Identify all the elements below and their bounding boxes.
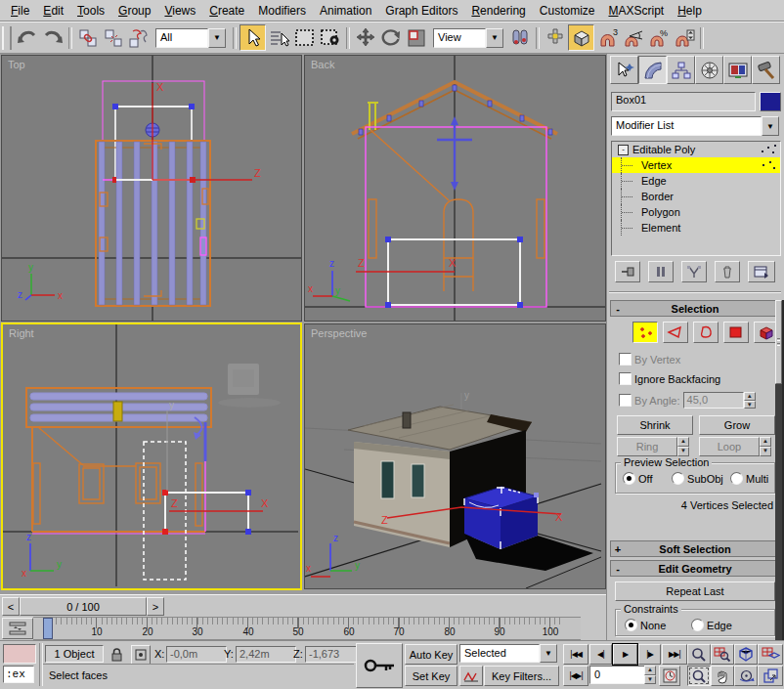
open-mini-curve-editor-button[interactable] (2, 618, 33, 639)
menu-rendering[interactable]: Rendering (464, 2, 532, 20)
stack-collapse-box[interactable]: - (618, 145, 629, 155)
tab-display[interactable] (723, 56, 752, 84)
by-angle-field[interactable]: 45,0 (683, 392, 744, 409)
tab-create[interactable] (610, 56, 638, 84)
preview-multi-radio[interactable] (730, 472, 743, 485)
menu-edit[interactable]: Edit (36, 2, 70, 20)
panel-scrollbar-track[interactable] (775, 300, 782, 640)
time-slider-prev-button[interactable]: < (2, 597, 20, 616)
spinner-up-icon[interactable]: ▲ (744, 392, 756, 401)
stack-item-vertex[interactable]: Vertex (612, 157, 780, 173)
loop-spinner[interactable]: ▲▼ (760, 437, 771, 456)
current-frame-marker[interactable] (43, 618, 53, 639)
next-frame-button[interactable]: |▶ (638, 644, 661, 665)
menu-file[interactable]: File (4, 2, 36, 20)
preview-subobj-radio[interactable] (672, 472, 684, 485)
select-and-scale-button[interactable] (404, 25, 428, 50)
bind-to-spacewarp-button[interactable] (126, 25, 151, 50)
previous-frame-button[interactable]: ◀| (589, 644, 612, 665)
redo-button[interactable] (40, 25, 65, 50)
current-frame-field[interactable]: 0 (589, 666, 650, 684)
viewport-right[interactable]: Right y (1, 323, 302, 590)
angle-snap-toggle-button[interactable] (621, 25, 645, 50)
zoom-extents-all-button[interactable] (758, 644, 783, 665)
loop-button[interactable]: Loop (699, 437, 760, 456)
edit-geometry-rollout-header[interactable]: - Edit Geometry (610, 560, 780, 577)
frame-spinner[interactable]: ▲▼ (644, 666, 656, 684)
remove-modifier-button[interactable] (715, 261, 740, 282)
key-filters-button[interactable]: Key Filters... (484, 666, 559, 686)
border-mode-button[interactable] (693, 322, 719, 343)
preview-off-radio-row[interactable]: Off (623, 472, 653, 485)
keyboard-override-toggle-button[interactable] (568, 24, 594, 51)
make-unique-button[interactable] (681, 261, 707, 282)
constraint-none-radio[interactable] (625, 619, 637, 631)
menu-modifiers[interactable]: Modifiers (251, 2, 313, 20)
menu-graph-editors[interactable]: Graph Editors (378, 2, 464, 20)
time-slider-next-button[interactable]: > (147, 597, 164, 616)
toolbar-grip[interactable] (2, 26, 12, 50)
object-name-field[interactable]: Box01 (611, 92, 756, 111)
select-by-name-button[interactable] (267, 25, 291, 50)
auto-key-button[interactable]: Auto Key (405, 644, 457, 665)
default-tangent-button[interactable] (459, 666, 483, 686)
z-coord-field[interactable]: -1,673 (305, 646, 362, 663)
constraint-none-radio-row[interactable]: None (625, 619, 666, 631)
go-to-end-button[interactable]: ▶▶| (662, 644, 687, 665)
tab-motion[interactable] (695, 56, 723, 84)
tab-utilities[interactable] (752, 56, 780, 84)
panel-scrollbar-thumb[interactable] (775, 300, 782, 384)
menu-customize[interactable]: Customize (533, 2, 602, 20)
viewport-right-label[interactable]: Right (9, 327, 34, 339)
macro-recorder-pane[interactable] (3, 644, 36, 664)
dropdown-arrow-icon[interactable]: ▼ (208, 28, 226, 48)
zoom-all-button[interactable] (711, 644, 734, 665)
edge-mode-button[interactable] (663, 322, 688, 343)
select-and-link-button[interactable] (75, 25, 100, 50)
track-bar-ruler[interactable]: 0 10 20 30 40 50 60 70 80 90 100 (33, 617, 581, 640)
time-configuration-button[interactable] (659, 666, 680, 686)
selection-lock-toggle[interactable] (108, 645, 125, 663)
vertex-mode-button[interactable] (632, 322, 658, 343)
viewport-perspective-label[interactable]: Perspective (311, 327, 367, 339)
zoom-extents-button[interactable] (734, 644, 758, 665)
set-key-button[interactable]: Set Key (405, 666, 457, 686)
select-and-rotate-button[interactable] (378, 25, 403, 50)
menu-animation[interactable]: Animation (313, 2, 378, 20)
viewport-back-label[interactable]: Back (311, 59, 334, 70)
menu-maxscript[interactable]: MAXScript (601, 2, 671, 20)
ring-button[interactable]: Ring (617, 437, 677, 456)
x-coord-field[interactable]: -0,0m (166, 646, 227, 663)
pin-stack-button[interactable] (615, 261, 640, 282)
by-vertex-checkbox[interactable] (619, 353, 632, 366)
stack-item-border[interactable]: Border (612, 189, 780, 204)
modifier-list-dropdown[interactable]: Modifier List ▼ (611, 116, 779, 136)
viewport-top[interactable]: Top (1, 55, 302, 322)
tab-hierarchy[interactable] (667, 56, 695, 84)
menu-help[interactable]: Help (671, 2, 709, 20)
grow-button[interactable]: Grow (699, 415, 775, 435)
arc-rotate-button[interactable] (734, 666, 758, 686)
select-and-move-button[interactable] (353, 25, 377, 50)
menu-tools[interactable]: Tools (70, 2, 111, 20)
constraint-edge-radio-row[interactable]: Edge (691, 619, 732, 631)
selection-rollout-header[interactable]: - Selection (610, 300, 780, 317)
use-pivot-center-button[interactable] (507, 25, 532, 50)
window-crossing-toggle-button[interactable] (318, 25, 342, 50)
preview-subobj-radio-row[interactable]: SubObj (672, 472, 723, 485)
object-color-swatch[interactable] (760, 92, 781, 111)
zoom-button[interactable] (687, 644, 711, 665)
by-angle-spinner[interactable]: ▲▼ (744, 392, 756, 409)
constraint-edge-radio[interactable] (691, 619, 704, 631)
go-to-start-button[interactable]: |◀◀ (563, 644, 588, 665)
select-object-button[interactable] (240, 24, 266, 51)
pan-button[interactable] (711, 666, 734, 686)
time-slider-handle[interactable]: 0 / 100 (20, 597, 147, 616)
viewport-top-label[interactable]: Top (8, 59, 25, 70)
preview-multi-radio-row[interactable]: Multi (730, 472, 768, 485)
y-coord-field[interactable]: 2,42m (236, 646, 296, 663)
dropdown-arrow-icon[interactable]: ▼ (486, 28, 503, 48)
undo-button[interactable] (15, 25, 39, 50)
menu-create[interactable]: Create (202, 2, 251, 20)
shrink-button[interactable]: Shrink (617, 415, 693, 435)
